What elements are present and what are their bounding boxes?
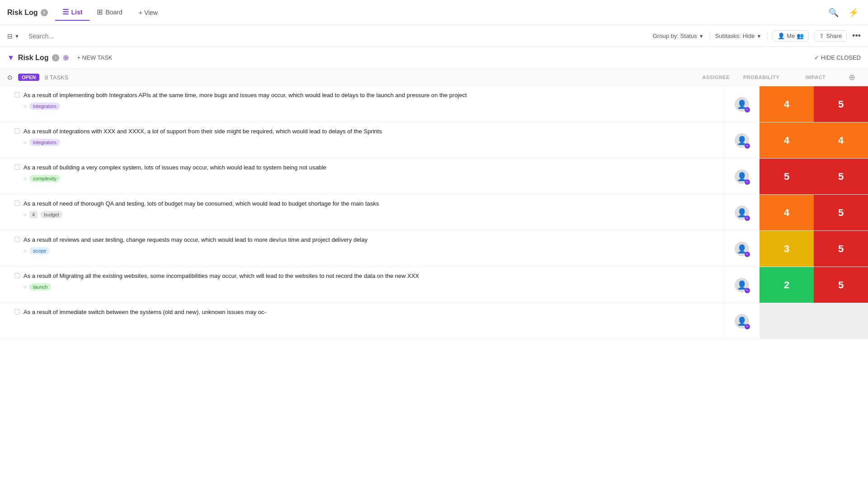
task-row: As a result of reviews and user testing,…: [0, 231, 868, 267]
open-section-toggle[interactable]: ⊙: [7, 74, 13, 81]
task-left: As a result of implementing both Integra…: [0, 86, 723, 122]
task-text-area: As a result of reviews and user testing,…: [24, 235, 368, 254]
task-row: As a result of building a very complex s…: [0, 159, 868, 195]
probability-cell[interactable]: 4: [760, 86, 814, 122]
task-text: As a result of building a very complex s…: [24, 163, 326, 172]
subtasks-control[interactable]: Subtasks: Hide ▼: [715, 33, 762, 39]
lines-icon: ≡: [24, 211, 27, 218]
risk-log-header: ▼ Risk Log i ⊕ + NEW TASK ✓ HIDE CLOSED: [0, 47, 868, 69]
lines-icon: ≡: [24, 103, 27, 109]
me-button[interactable]: 👤 Me 👥: [773, 30, 809, 42]
impact-cell[interactable]: 4: [814, 122, 868, 158]
avatar-add-icon[interactable]: +: [745, 324, 750, 329]
tab-list-label: List: [71, 9, 83, 16]
person-icon: 👤: [778, 33, 785, 39]
avatar[interactable]: 👤 +: [735, 169, 749, 184]
impact-cell[interactable]: [814, 303, 868, 339]
add-column-button[interactable]: ⊕: [843, 72, 861, 82]
open-badge[interactable]: OPEN: [18, 74, 39, 81]
risk-log-info-icon[interactable]: i: [52, 54, 59, 61]
more-options-button[interactable]: •••: [852, 31, 861, 41]
avatar[interactable]: 👤 +: [735, 278, 749, 292]
lightning-icon[interactable]: ⚡: [846, 5, 861, 20]
top-nav-right: 🔍 ⚡: [826, 5, 861, 20]
task-tag-scope[interactable]: scope: [29, 247, 50, 254]
impact-cell[interactable]: 5: [814, 159, 868, 194]
add-col-icon[interactable]: ⊕: [843, 72, 861, 82]
task-text-area: As a result of integrations with XXX and…: [24, 127, 382, 146]
tab-board[interactable]: ⊞ Board: [90, 4, 129, 21]
lines-icon: ≡: [24, 175, 27, 182]
filter-button[interactable]: ⊟ ▼: [7, 33, 19, 40]
tab-board-label: Board: [105, 9, 122, 16]
task-right: 👤 + 4 5: [723, 195, 868, 230]
impact-cell[interactable]: 5: [814, 267, 868, 303]
probability-cell[interactable]: [760, 303, 814, 339]
task-checkbox[interactable]: [14, 201, 20, 206]
open-section-header: ⊙ OPEN 8 TASKS ASSIGNEE PROBABILITY IMPA…: [0, 69, 868, 86]
top-nav: Risk Log i ☰ List ⊞ Board + View 🔍 ⚡: [0, 0, 868, 25]
task-checkbox[interactable]: [14, 273, 20, 278]
avatar-add-icon[interactable]: +: [745, 107, 750, 113]
list-icon: ☰: [62, 8, 69, 16]
avatar[interactable]: 👤 +: [735, 133, 749, 148]
task-left: As a result of Migrating all the existin…: [0, 267, 723, 303]
risk-log-target-icon[interactable]: ⊕: [63, 53, 69, 62]
impact-cell[interactable]: 5: [814, 86, 868, 122]
avatar-add-icon[interactable]: +: [745, 143, 750, 149]
impact-cell[interactable]: 5: [814, 231, 868, 267]
task-checkbox[interactable]: [14, 128, 20, 134]
avatar[interactable]: 👤 +: [735, 242, 749, 256]
task-checkbox-row: As a result of reviews and user testing,…: [14, 235, 716, 254]
avatar[interactable]: 👤 +: [735, 314, 749, 328]
task-tag-integrators[interactable]: integrators: [29, 103, 60, 110]
task-tag-budget[interactable]: budget: [40, 211, 63, 218]
new-task-button[interactable]: + NEW TASK: [72, 52, 117, 63]
probability-cell[interactable]: 2: [760, 267, 814, 303]
task-checkbox[interactable]: [14, 92, 20, 98]
add-view-button[interactable]: + View: [133, 5, 163, 20]
tab-list[interactable]: ☰ List: [55, 4, 90, 21]
group-by-control[interactable]: Group by: Status ▼: [653, 33, 704, 39]
avatar[interactable]: 👤 +: [735, 97, 749, 112]
task-tag-integrators[interactable]: integrators: [29, 139, 60, 146]
col-header-impact: IMPACT: [788, 75, 843, 80]
task-rows: As a result of implementing both Integra…: [0, 86, 868, 339]
subtasks-label: Subtasks:: [715, 33, 741, 39]
task-tag-complexity[interactable]: complexity: [29, 175, 60, 182]
task-left: As a result of integrations with XXX and…: [0, 122, 723, 158]
hide-closed-button[interactable]: ✓ HIDE CLOSED: [814, 54, 861, 61]
task-right: 👤 + 4 5: [723, 86, 868, 122]
probability-cell[interactable]: 5: [760, 159, 814, 194]
group-by-chevron: ▼: [699, 33, 704, 39]
task-tags-row: ≡ launch: [24, 283, 419, 291]
avatar[interactable]: 👤 +: [735, 206, 749, 220]
task-right: 👤 +: [723, 303, 868, 339]
task-checkbox[interactable]: [14, 309, 20, 314]
avatar-add-icon[interactable]: +: [745, 288, 750, 293]
search-input[interactable]: [25, 31, 647, 42]
task-checkbox[interactable]: [14, 237, 20, 242]
lines-icon: ≡: [24, 284, 27, 290]
task-tags-row: ≡ scope: [24, 247, 368, 254]
share-button[interactable]: ⇧ Share: [814, 30, 847, 42]
impact-cell[interactable]: 5: [814, 195, 868, 230]
task-checkbox-row: As a result of building a very complex s…: [14, 163, 716, 182]
app-title-info-icon[interactable]: i: [41, 9, 48, 16]
avatar-add-icon[interactable]: +: [745, 216, 750, 221]
task-checkbox-row: As a result of immediate switch between …: [14, 308, 716, 317]
assignee-cell: 👤 +: [723, 267, 760, 303]
task-tag-launch[interactable]: launch: [29, 283, 51, 291]
search-icon[interactable]: 🔍: [826, 5, 841, 20]
toolbar-separator-2: [767, 32, 767, 41]
probability-cell[interactable]: 3: [760, 231, 814, 267]
risk-log-toggle[interactable]: ▼: [7, 54, 14, 62]
probability-cell[interactable]: 4: [760, 195, 814, 230]
task-tags-row: ≡ complexity: [24, 175, 326, 182]
probability-cell[interactable]: 4: [760, 122, 814, 158]
task-checkbox[interactable]: [14, 164, 20, 170]
task-checkbox-row: As a result of integrations with XXX and…: [14, 127, 716, 146]
avatar-add-icon[interactable]: +: [745, 252, 750, 257]
avatar-add-icon[interactable]: +: [745, 179, 750, 185]
task-text: As a result of integrations with XXX and…: [24, 127, 382, 136]
